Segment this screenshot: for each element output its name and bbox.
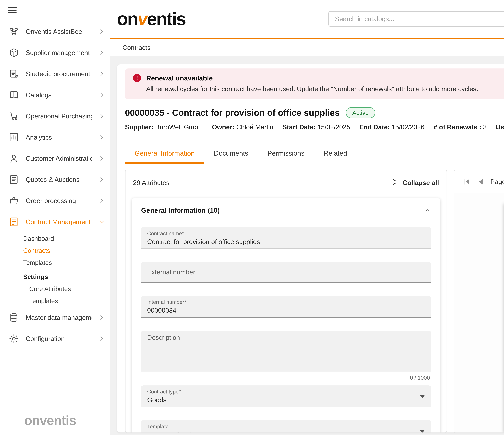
sidebar-item-label: Contract Management — [26, 218, 92, 226]
contract-header: 00000035 - Contract for provision of off… — [125, 104, 504, 137]
chevron-right-icon — [98, 49, 105, 56]
field-label: Internal number* — [147, 299, 425, 305]
sidebar-item-settings[interactable]: Settings — [0, 271, 110, 283]
main-area: onventis ? CM Contracts — [110, 0, 504, 435]
tab-documents[interactable]: Documents — [204, 144, 258, 164]
sidebar-item-onventis-assistbee[interactable]: Onventis AssistBee — [0, 21, 110, 42]
logo-text: entis — [147, 9, 186, 29]
field-label: External number — [147, 268, 195, 276]
template-select[interactable]: Template Template Goods contracts — [141, 420, 431, 433]
contract-meta: Supplier: BüroWelt GmbH Owner: Chloé Mar… — [125, 123, 504, 131]
pdf-toolbar: Page of 1 Automatic ... — [454, 170, 504, 193]
field-value: Contract for provision of office supplie… — [147, 238, 425, 245]
contract-name-field[interactable]: Contract name* Contract for provision of… — [141, 227, 431, 249]
sidebar-item-dashboard[interactable]: Dashboard — [0, 232, 110, 244]
internal-number-field[interactable]: Internal number* 00000034 — [141, 296, 431, 318]
sidebar-item-order-processing[interactable]: Order processing — [0, 190, 110, 211]
meta-renewals: # of Renewals : 3 — [433, 123, 487, 131]
sidebar-item-label: Configuration — [26, 335, 92, 342]
meta-label: Owner: — [212, 123, 234, 131]
attributes-count: 29 Attributes — [133, 179, 170, 186]
chevron-right-icon — [98, 70, 105, 77]
chevron-right-icon — [98, 198, 105, 204]
previous-page-button[interactable] — [476, 177, 486, 186]
contract-document-icon — [9, 217, 19, 227]
gear-icon — [9, 333, 19, 344]
meta-value: 15/02/2026 — [392, 123, 424, 131]
field-value: 00000034 — [147, 306, 425, 314]
search-input[interactable] — [329, 15, 504, 23]
field-label: Description — [147, 334, 425, 341]
chevron-up-icon[interactable] — [423, 207, 431, 214]
menu-icon[interactable] — [8, 7, 17, 15]
quote-document-icon — [9, 174, 19, 185]
pdf-view-area[interactable]: Standard Agreement - Goods This Agreemen… — [454, 193, 504, 433]
basket-icon — [9, 195, 19, 206]
sidebar-item-quotes-auctions[interactable]: Quotes & Auctions — [0, 169, 110, 190]
sidebar-item-label: Customer Administration — [26, 155, 92, 162]
onventis-logo: onventis — [117, 9, 185, 29]
content-area: ! Renewal unavailable All renewal cycles… — [110, 56, 504, 435]
sidebar-item-operational-purchasing[interactable]: Operational Purchasing — [0, 105, 110, 127]
sidebar-item-settings-templates[interactable]: Templates — [0, 295, 110, 307]
contract-tabs: General Information Documents Permission… — [125, 144, 504, 164]
sidebar-item-label: Operational Purchasing — [26, 112, 92, 120]
meta-owner: Owner: Chloé Martin — [212, 123, 273, 131]
tab-permissions[interactable]: Permissions — [258, 144, 314, 164]
alert-title: Renewal unavailable — [146, 74, 213, 82]
tab-general-information[interactable]: General Information — [125, 144, 204, 164]
sidebar-footer: onventis — [0, 413, 110, 435]
sidebar-item-customer-administration[interactable]: Customer Administration — [0, 148, 110, 169]
attributes-header: 29 Attributes Collapse all — [132, 178, 441, 187]
collapse-all-label: Collapse all — [403, 179, 439, 186]
field-value: Template Goods contracts — [147, 431, 425, 433]
package-icon — [9, 47, 19, 58]
meta-label: # of Renewals : — [433, 123, 481, 131]
logo-text: v — [138, 9, 147, 29]
attributes-panel: 29 Attributes Collapse all General Infor… — [125, 170, 447, 433]
dropdown-caret-icon — [420, 395, 425, 398]
tab-related[interactable]: Related — [314, 144, 357, 164]
general-information-section: General Information (10) Contract name* … — [132, 198, 440, 433]
sidebar-item-core-attributes[interactable]: Core Attributes — [0, 283, 110, 295]
pdf-viewer-panel: Page of 1 Automatic ... — [454, 170, 504, 433]
contract-type-select[interactable]: Contract type* Goods — [141, 385, 431, 407]
collapse-all-button[interactable]: Collapse all — [391, 178, 439, 187]
person-icon — [9, 153, 19, 164]
bee-icon — [9, 26, 19, 37]
meta-value: 15/02/2025 — [317, 123, 350, 131]
sidebar-item-strategic-procurement[interactable]: Strategic procurement — [0, 63, 110, 84]
sidebar-item-label: Analytics — [26, 133, 92, 141]
first-page-button[interactable] — [462, 177, 472, 186]
field-label: Contract type* — [147, 389, 425, 395]
bar-chart-icon — [9, 132, 19, 143]
error-icon: ! — [133, 74, 141, 82]
dropdown-caret-icon — [420, 430, 425, 433]
sidebar-item-catalogs[interactable]: Catalogs — [0, 84, 110, 105]
chevron-down-icon — [98, 219, 105, 225]
meta-start-date: Start Date: 15/02/2025 — [282, 123, 350, 131]
logo-text: on — [117, 9, 138, 29]
field-label: Template — [147, 423, 425, 429]
content-panels: 29 Attributes Collapse all General Infor… — [125, 170, 504, 433]
description-field[interactable]: Description — [141, 331, 431, 372]
sidebar-item-supplier-management[interactable]: Supplier management — [0, 42, 110, 63]
database-icon — [9, 312, 19, 323]
meta-label: Supplier: — [125, 123, 153, 131]
page-label: Page — [490, 178, 504, 185]
sidebar-item-analytics[interactable]: Analytics — [0, 127, 110, 148]
field-label: Contract name* — [147, 230, 425, 236]
sidebar-item-label: Order processing — [26, 197, 92, 205]
status-badge: Active — [346, 107, 375, 118]
sidebar-item-templates[interactable]: Templates — [0, 257, 110, 269]
breadcrumb[interactable]: Contracts — [122, 44, 151, 51]
sidebar-item-configuration[interactable]: Configuration — [0, 328, 110, 349]
sidebar-item-contract-management[interactable]: Contract Management — [0, 211, 110, 232]
meta-supplier: Supplier: BüroWelt GmbH — [125, 123, 203, 131]
character-counter: 0 / 1000 — [142, 374, 430, 381]
external-number-field[interactable]: External number — [141, 262, 431, 283]
sidebar-item-contracts[interactable]: Contracts — [0, 244, 110, 257]
contract-card: ! Renewal unavailable All renewal cycles… — [117, 64, 504, 433]
meta-value: BüroWelt GmbH — [155, 123, 203, 131]
sidebar-item-master-data-management[interactable]: Master data management — [0, 307, 110, 328]
